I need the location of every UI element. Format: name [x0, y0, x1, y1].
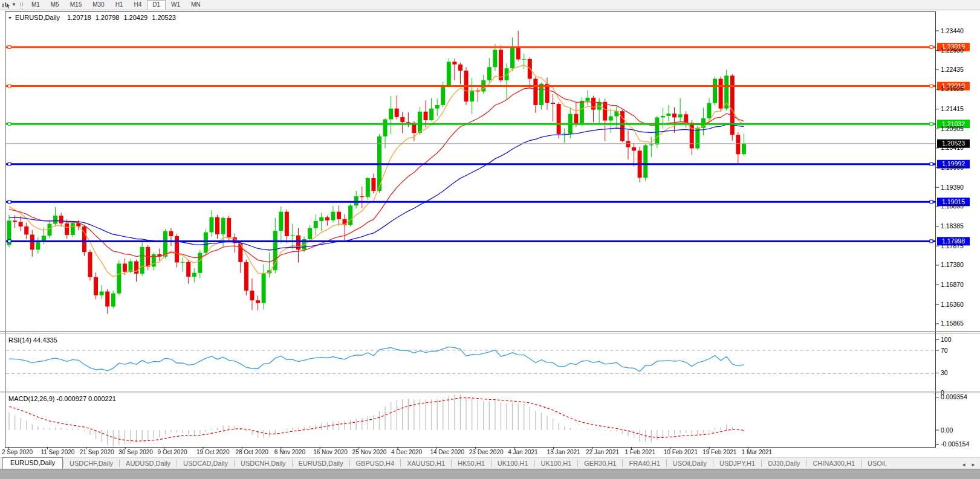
chart-tab-5[interactable]: EURUSD,Daily	[293, 458, 349, 469]
svg-text:4 Jan 2021: 4 Jan 2021	[508, 449, 538, 455]
svg-text:11 Sep 2020: 11 Sep 2020	[41, 449, 74, 455]
svg-text:1 Feb 2021: 1 Feb 2021	[625, 449, 655, 455]
svg-text:-0.005154: -0.005154	[941, 440, 969, 448]
timeframe-toolbar: ▼ M1M5M15M30H1H4D1W1MN	[0, 0, 980, 10]
svg-text:1.19390: 1.19390	[941, 184, 964, 191]
chart-tab-0[interactable]: EURUSD,Daily	[2, 457, 63, 469]
chart-tool-dropdown-icon[interactable]: ▼	[11, 2, 16, 7]
svg-text:100: 100	[941, 336, 952, 343]
svg-text:19 Oct 2020: 19 Oct 2020	[196, 449, 230, 455]
timeframe-button-m30[interactable]: M30	[87, 0, 109, 10]
svg-text:6 Nov 2020: 6 Nov 2020	[274, 449, 306, 455]
low-value: 1.20429	[123, 14, 148, 21]
svg-text:1.23440: 1.23440	[941, 27, 964, 34]
tab-scroll-right-icon[interactable]: ►	[969, 461, 978, 469]
chart-title: ▼ EURUSD,Daily 1.20718 1.20798 1.20429 1…	[8, 14, 180, 21]
chart-tab-13[interactable]: USOil,Daily	[667, 458, 713, 469]
svg-text:1.22930: 1.22930	[941, 47, 964, 54]
chart-tab-14[interactable]: USDJPY,H1	[713, 458, 761, 469]
svg-text:1.21415: 1.21415	[941, 105, 964, 112]
svg-text:19 Feb 2021: 19 Feb 2021	[703, 449, 737, 455]
timeframe-button-w1[interactable]: W1	[166, 0, 186, 10]
svg-text:1.20905: 1.20905	[941, 125, 964, 132]
chart-tab-9[interactable]: UK100,H1	[492, 458, 534, 469]
chart-menu-icon[interactable]: ▼	[8, 16, 12, 20]
chart-tab-8[interactable]: HK50,H1	[452, 458, 491, 469]
svg-text:1.17875: 1.17875	[941, 242, 964, 249]
svg-text:22 Jan 2021: 22 Jan 2021	[586, 449, 619, 455]
tab-scroll-left-icon[interactable]: ◄	[959, 461, 969, 469]
svg-text:14 Dec 2020: 14 Dec 2020	[430, 449, 464, 455]
svg-text:4 Dec 2020: 4 Dec 2020	[391, 449, 423, 455]
svg-text:1.16870: 1.16870	[941, 281, 964, 288]
rsi-label: RSI(14) 44.4335	[8, 336, 57, 344]
time-axis[interactable]: 2 Sep 202011 Sep 202021 Sep 202030 Sep 2…	[2, 448, 773, 456]
chart-area: ▼ EURUSD,Daily 1.20718 1.20798 1.20429 1…	[0, 10, 980, 457]
candles-layer	[7, 31, 746, 314]
close-value: 1.20523	[152, 14, 176, 21]
mt4-window: ▼ M1M5M15M30H1H4D1W1MN ▼ EURUSD,Daily 1.…	[0, 0, 980, 479]
svg-text:13 Jan 2021: 13 Jan 2021	[547, 449, 580, 455]
svg-text:21 Sep 2020: 21 Sep 2020	[80, 449, 114, 455]
timeframe-button-m5[interactable]: M5	[45, 0, 65, 10]
svg-text:2 Sep 2020: 2 Sep 2020	[2, 449, 33, 455]
chart-tab-4[interactable]: USDCNH,Daily	[235, 458, 292, 469]
svg-text:1.18385: 1.18385	[941, 222, 964, 230]
svg-text:1 Mar 2021: 1 Mar 2021	[742, 449, 773, 455]
svg-text:30: 30	[941, 369, 948, 376]
svg-text:25 Nov 2020: 25 Nov 2020	[352, 449, 387, 455]
timeframe-button-m1[interactable]: M1	[26, 0, 45, 10]
svg-text:1.20410: 1.20410	[941, 144, 964, 151]
svg-text:0.00: 0.00	[941, 426, 953, 434]
chart-tab-3[interactable]: USDCAD,Daily	[177, 458, 234, 469]
timeframe-button-d1[interactable]: D1	[147, 0, 166, 10]
chart-tool-icon[interactable]	[1, 1, 11, 9]
chart-tab-7[interactable]: XAUUSD,H1	[401, 458, 451, 469]
timeframe-buttons: M1M5M15M30H1H4D1W1MN	[26, 0, 206, 10]
horizontal-level-lines[interactable]	[6, 45, 935, 242]
svg-text:28 Oct 2020: 28 Oct 2020	[235, 449, 268, 455]
chart-tab-6[interactable]: GBPUSD,H4	[350, 458, 401, 469]
symbol-period-label: EURUSD,Daily	[15, 14, 60, 21]
svg-text:9 Oct 2020: 9 Oct 2020	[158, 449, 187, 455]
rsi-pane: 10070300	[6, 336, 952, 396]
price-axis[interactable]: 1.230191.220101.210321.199921.190151.179…	[936, 27, 970, 327]
status-strip	[0, 469, 980, 479]
svg-text:1.15865: 1.15865	[941, 320, 964, 327]
chart-tab-12[interactable]: FRA40,H1	[623, 458, 666, 469]
svg-text:1.21925: 1.21925	[941, 85, 964, 92]
chart-canvas[interactable]: 1.230191.220101.210321.199921.190151.179…	[0, 10, 980, 457]
chart-tab-10[interactable]: UK100,H1	[535, 458, 578, 469]
chart-tab-bar: EURUSD,DailyUSDCHF,DailyAUDUSD,DailyUSDC…	[0, 457, 980, 469]
timeframe-button-m15[interactable]: M15	[65, 0, 87, 10]
moving-average-lines	[9, 65, 744, 277]
high-value: 1.20798	[96, 14, 120, 21]
svg-text:10 Feb 2021: 10 Feb 2021	[664, 449, 698, 455]
svg-text:1.17380: 1.17380	[941, 261, 964, 268]
macd-label: MACD(12,26,9) -0.000927 0.000221	[8, 395, 116, 402]
svg-text:1.16360: 1.16360	[941, 301, 964, 308]
chart-tab-11[interactable]: GER30,H1	[578, 458, 622, 469]
timeframe-button-h4[interactable]: H4	[128, 0, 147, 10]
chart-tab-2[interactable]: AUDUSD,Daily	[120, 458, 177, 469]
svg-text:0.009354: 0.009354	[941, 393, 967, 400]
svg-text:1.18895: 1.18895	[941, 202, 964, 210]
ma-mid	[9, 88, 744, 262]
tab-scroll-buttons: ◄ ►	[959, 461, 980, 469]
chart-tab-16[interactable]: CHINA300,H1	[806, 458, 861, 469]
svg-text:23 Dec 2020: 23 Dec 2020	[469, 449, 504, 455]
ma-fast	[9, 65, 744, 277]
chart-tab-15[interactable]: DJ30,Daily	[762, 458, 806, 469]
macd-pane: 0.0093540.00-0.005154	[9, 393, 969, 448]
svg-text:16 Nov 2020: 16 Nov 2020	[313, 449, 348, 455]
svg-text:30 Sep 2020: 30 Sep 2020	[118, 449, 153, 455]
chart-tab-1[interactable]: USDCHF,Daily	[63, 458, 119, 469]
toolbar-grip[interactable]	[20, 2, 23, 8]
svg-text:70: 70	[941, 347, 948, 354]
timeframe-button-mn[interactable]: MN	[186, 0, 206, 10]
chart-tab-17[interactable]: USOil,	[862, 458, 893, 469]
svg-text:1.19900: 1.19900	[941, 164, 964, 171]
open-value: 1.20718	[67, 14, 91, 21]
svg-text:1.22435: 1.22435	[941, 66, 964, 73]
timeframe-button-h1[interactable]: H1	[110, 0, 129, 10]
